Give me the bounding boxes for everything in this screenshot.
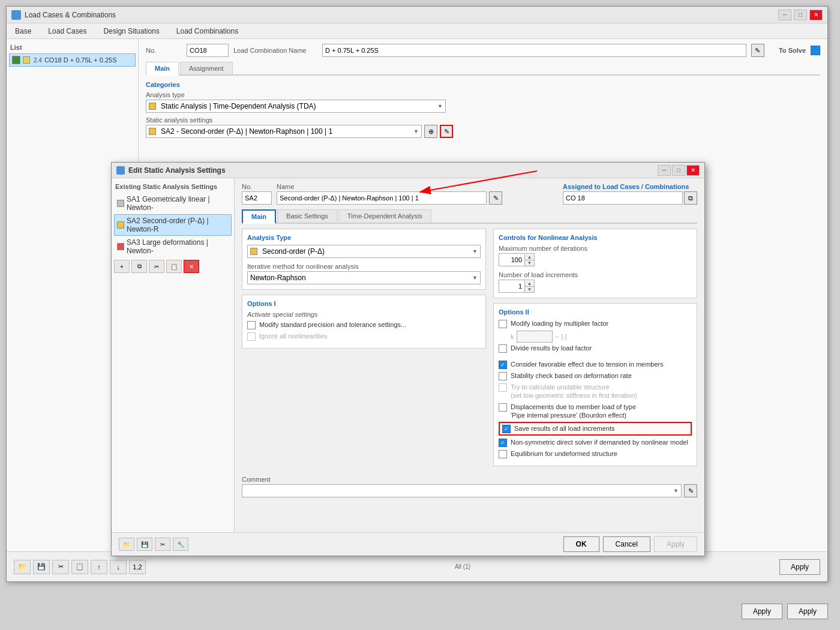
dialog-iterative-dropdown[interactable]: Newton-Raphson ▼ [247, 271, 481, 284]
tb-btn-3[interactable]: ✂ [52, 560, 69, 574]
dlg-footer-btn-4[interactable]: 🔧 [173, 538, 188, 551]
add-static-button[interactable]: ⊕ [424, 125, 437, 138]
combination-no-input[interactable] [187, 44, 229, 57]
dlg-tb-paste[interactable]: 📋 [166, 260, 182, 273]
dialog-title-bar: Edit Static Analysis Settings ─ □ ✕ [112, 163, 704, 178]
tb-btn-7[interactable]: 1,2 [129, 560, 146, 574]
non-symmetric-checkbox[interactable]: ✓ [499, 439, 507, 447]
tab-assignment[interactable]: Assignment [180, 62, 232, 74]
dialog-apply-button[interactable]: Apply [654, 536, 697, 552]
options-i-section: Options I Activate special settings Modi… [242, 295, 486, 349]
dialog-close[interactable]: ✕ [686, 165, 700, 176]
menu-base[interactable]: Base [11, 26, 35, 37]
dialog-maximize[interactable]: □ [672, 165, 685, 176]
max-iter-up[interactable]: ▲ [525, 254, 534, 260]
dialog-assigned-input[interactable] [563, 191, 683, 205]
num-load-inc-value: 1 [499, 283, 524, 290]
tb-btn-1[interactable]: 📁 [14, 560, 31, 574]
dlg-footer-btn-3[interactable]: ✂ [155, 538, 170, 551]
dialog-tab-tda[interactable]: Time-Dependent Analysis [338, 209, 431, 223]
dialog-tab-main[interactable]: Main [242, 209, 276, 224]
num-load-inc-up[interactable]: ▲ [525, 281, 534, 287]
menu-design-situations[interactable]: Design Situations [100, 26, 163, 37]
sa1-text: SA1 Geometrically linear | Newton- [127, 195, 229, 212]
dlg-tb-copy[interactable]: ⧉ [131, 260, 147, 273]
dialog-tab-basic[interactable]: Basic Settings [277, 209, 337, 223]
edit-name-button[interactable]: ✎ [751, 44, 764, 57]
dialog-name-input[interactable] [277, 191, 487, 205]
dlg-no-label: No. [242, 183, 272, 190]
max-iter-spinbox[interactable]: 100 ▲ ▼ [499, 253, 535, 266]
modify-loading-checkbox[interactable] [499, 320, 507, 328]
menu-load-cases[interactable]: Load Cases [44, 26, 90, 37]
num-load-inc-down[interactable]: ▼ [525, 287, 534, 292]
sa2-text: SA2 Second-order (P-Δ) | Newton-R [127, 217, 229, 233]
modify-precision-checkbox[interactable] [247, 321, 256, 329]
dialog-name-edit-btn[interactable]: ✎ [489, 191, 502, 205]
ok-button[interactable]: OK [563, 536, 599, 552]
num-load-inc-spinbox[interactable]: 1 ▲ ▼ [499, 280, 535, 293]
dialog-list-item-sa1[interactable]: SA1 Geometrically linear | Newton- [114, 193, 232, 214]
combination-name-input[interactable] [322, 44, 746, 57]
static-analysis-dropdown[interactable]: SA2 - Second-order (P-Δ) | Newton-Raphso… [146, 125, 422, 138]
tb-btn-6[interactable]: ↓ [110, 560, 127, 574]
minimize-button[interactable]: ─ [778, 10, 791, 20]
tab-main[interactable]: Main [146, 62, 179, 76]
dlg-tb-cut[interactable]: ✂ [149, 260, 164, 273]
divide-results-label: Divide results by load factor [511, 344, 592, 352]
save-results-checkbox[interactable]: ✓ [502, 425, 511, 433]
list-item[interactable]: 2.4 CO18 D + 0.75L + 0.25S [9, 53, 136, 67]
dialog-analysis-type-dropdown[interactable]: Second-order (P-Δ) ▼ [247, 245, 481, 258]
dialog-assigned-btn[interactable]: ⧉ [684, 191, 697, 205]
cancel-button[interactable]: Cancel [603, 536, 650, 552]
categories-label: Categories [146, 81, 180, 88]
stability-check-checkbox[interactable] [499, 372, 507, 380]
sa1-color [117, 200, 124, 207]
dialog-iterative-arrow: ▼ [472, 275, 478, 281]
divide-results-checkbox[interactable] [499, 344, 507, 353]
dialog-minimize[interactable]: ─ [658, 165, 671, 176]
dlg-footer-btn-2[interactable]: 💾 [137, 538, 152, 551]
maximize-button[interactable]: □ [794, 10, 807, 20]
dialog-list-item-sa2[interactable]: SA2 Second-order (P-Δ) | Newton-R [114, 214, 232, 236]
dialog-no-input[interactable] [242, 191, 272, 205]
close-button[interactable]: ✕ [809, 10, 823, 20]
k-bracket: [-] [562, 334, 567, 340]
equilibrium-checkbox[interactable] [499, 450, 507, 458]
no-label: No. [146, 47, 182, 54]
controls-label: Controls for Nonlinear Analysis [499, 234, 692, 241]
dialog-left-panel: Existing Static Analysis Settings SA1 Ge… [112, 178, 235, 532]
edit-static-button[interactable]: ✎ [440, 125, 453, 138]
tb-btn-5[interactable]: ↑ [91, 560, 107, 574]
comment-dropdown[interactable]: ▼ [242, 484, 682, 497]
menu-load-combinations[interactable]: Load Combinations [173, 26, 242, 37]
try-calculate-checkbox[interactable] [499, 383, 507, 392]
dlg-name-label: Name [277, 183, 558, 190]
dialog-icon [116, 166, 125, 175]
dlg-tb-add[interactable]: + [114, 260, 130, 273]
ignore-nonlin-checkbox[interactable] [247, 332, 256, 341]
max-iter-value: 100 [499, 256, 524, 263]
main-apply-btn-2[interactable]: Apply [787, 604, 828, 619]
stability-check-label: Stability check based on deformation rat… [511, 371, 632, 380]
k-dash: ─ [555, 334, 559, 340]
main-apply-btn-1[interactable]: Apply [742, 604, 782, 619]
max-iter-down[interactable]: ▼ [525, 260, 534, 266]
analysis-type-dropdown[interactable]: Static Analysis | Time-Dependent Analysi… [146, 100, 446, 113]
tb-btn-2[interactable]: 💾 [33, 560, 50, 574]
outer-apply-buttons: Apply [779, 559, 820, 575]
dlg-footer-btn-1[interactable]: 📁 [119, 538, 134, 551]
tb-btn-4[interactable]: 📋 [71, 560, 88, 574]
dlg-tb-delete[interactable]: ✕ [184, 260, 199, 273]
comment-edit-btn[interactable]: ✎ [684, 484, 697, 497]
displacements-checkbox[interactable] [499, 403, 507, 412]
consider-favorable-check: ✓ [500, 362, 505, 368]
consider-favorable-row: ✓ Consider favorable effect due to tensi… [499, 360, 692, 369]
static-analysis-value: SA2 - Second-order (P-Δ) | Newton-Raphso… [161, 127, 332, 136]
to-solve-checkbox[interactable] [811, 46, 820, 55]
all-count: All (1) [455, 563, 470, 570]
dialog-list-item-sa3[interactable]: SA3 Large deformations | Newton- [114, 236, 232, 257]
dialog-footer: 📁 💾 ✂ 🔧 OK Cancel Apply [112, 532, 704, 556]
outer-apply-button[interactable]: Apply [779, 559, 820, 575]
consider-favorable-checkbox[interactable]: ✓ [499, 361, 507, 369]
